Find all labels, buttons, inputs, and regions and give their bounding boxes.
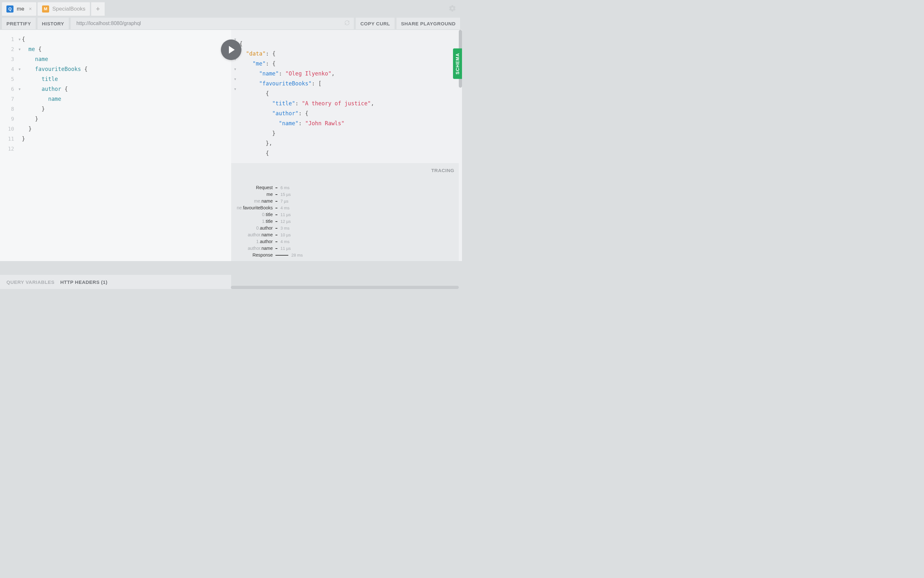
- tracing-row: 0.author3 ms: [231, 225, 303, 232]
- add-tab-button[interactable]: +: [91, 2, 105, 16]
- line-gutter: 1▼2▼34▼56▼789101112: [0, 34, 16, 154]
- tab-label: me: [17, 6, 24, 12]
- footer-tabs: QUERY VARIABLES HTTP HEADERS (1): [0, 275, 231, 289]
- tracing-row: me.name7 µs: [231, 198, 303, 205]
- tracing-row: 1.title12 µs: [231, 218, 303, 225]
- tracing-rows: Request6 msme15 µsme.name7 µsne.favourit…: [231, 184, 303, 258]
- gear-icon[interactable]: [449, 5, 456, 13]
- query-badge-icon: Q: [6, 5, 13, 13]
- mutation-badge-icon: M: [42, 5, 49, 13]
- tracing-row: author.name11 µs: [231, 245, 303, 252]
- tracing-panel[interactable]: TRACING Request6 msme15 µsme.name7 µsne.…: [231, 163, 459, 261]
- share-playground-button[interactable]: SHARE PLAYGROUND: [397, 18, 460, 29]
- url-text: http://localhost:8080/graphql: [76, 21, 141, 26]
- query-code[interactable]: { me { name favouriteBooks { title autho…: [22, 34, 231, 144]
- tracing-row: author.name10 µs: [231, 232, 303, 238]
- tracing-row: me15 µs: [231, 191, 303, 198]
- prettify-button[interactable]: PRETTIFY: [2, 18, 36, 29]
- tracing-row: Request6 ms: [231, 184, 303, 191]
- url-input[interactable]: http://localhost:8080/graphql: [71, 18, 354, 29]
- toolbar: PRETTIFY HISTORY http://localhost:8080/g…: [0, 18, 462, 29]
- tracing-row: 1.author4 ms: [231, 238, 303, 245]
- tab-specialbooks[interactable]: M SpecialBooks: [37, 2, 90, 16]
- tracing-title: TRACING: [431, 167, 454, 173]
- scrollbar-horizontal[interactable]: [231, 286, 459, 289]
- response-code: { "data": { "me": { "name": "Oleg Ilyenk…: [240, 34, 462, 158]
- tab-label: SpecialBooks: [52, 6, 85, 12]
- copy-curl-button[interactable]: COPY CURL: [356, 18, 395, 29]
- tabs-bar: Q me × M SpecialBooks +: [0, 0, 462, 18]
- tracing-row: ne.favouriteBooks4 ms: [231, 205, 303, 211]
- close-icon[interactable]: ×: [29, 6, 32, 12]
- http-headers-tab[interactable]: HTTP HEADERS (1): [60, 279, 107, 285]
- schema-tab[interactable]: SCHEMA: [453, 49, 462, 79]
- response-pane: ▼▼▼▼▼▼ { "data": { "me": { "name": "Oleg…: [231, 30, 462, 261]
- history-button[interactable]: HISTORY: [37, 18, 69, 29]
- query-editor[interactable]: 1▼2▼34▼56▼789101112 { me { name favourit…: [0, 30, 231, 261]
- play-button[interactable]: [221, 39, 242, 60]
- tracing-row: 0.title11 µs: [231, 211, 303, 218]
- main-area: 1▼2▼34▼56▼789101112 { me { name favourit…: [0, 30, 462, 261]
- reload-icon[interactable]: [344, 20, 350, 27]
- query-variables-tab[interactable]: QUERY VARIABLES: [6, 279, 55, 285]
- tab-me[interactable]: Q me ×: [2, 2, 36, 16]
- tracing-row: Response28 ms: [231, 252, 303, 258]
